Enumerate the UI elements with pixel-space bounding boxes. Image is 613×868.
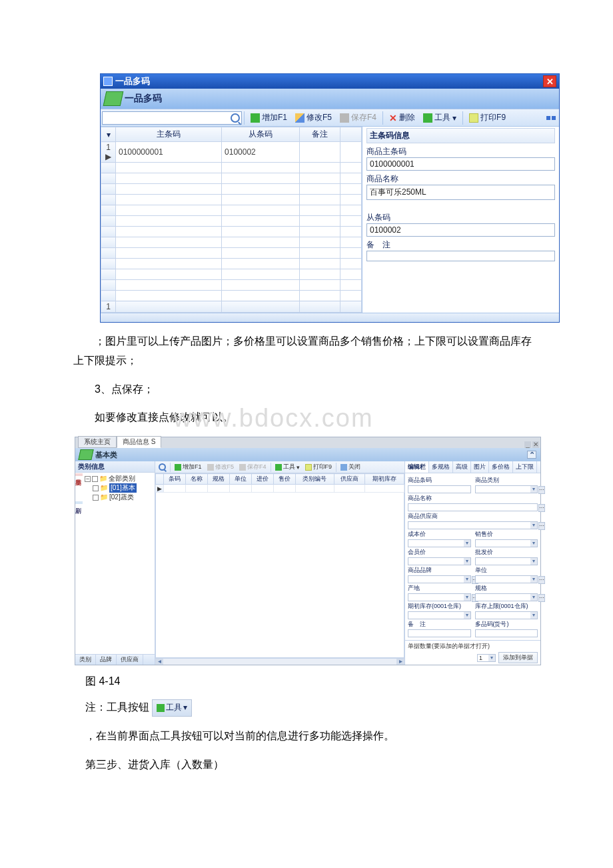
toolbar: 增加F1 修改F5 保存F4 ✕删除 工具▾ 打印F9 [101,109,559,127]
doc-paragraph: 注：工具按钮 工具▾ [85,698,540,717]
search-input[interactable] [102,111,242,125]
input-name[interactable]: ⋯ [408,503,538,511]
right-panel-tabs: 编辑栏 多规格 高级 图片 多价格 上下限 [405,461,540,473]
col-name[interactable]: 名称 [185,474,207,485]
rtab-edit[interactable]: 编辑栏 [405,461,429,473]
statusbar [101,313,559,322]
delete-button[interactable]: ✕删除 [385,111,419,125]
value-note[interactable] [366,251,555,261]
value-sub-barcode[interactable]: 0100002 [366,223,555,237]
close-button[interactable]: 关闭 [338,462,363,472]
more-icon: ⋯ [538,594,545,602]
input-cost[interactable]: ▾ [408,539,471,547]
category-tree[interactable]: −📁全部类别 📁[01]基本 📁[02]蔬类 [75,473,155,503]
print-button[interactable]: 打印F9 [303,462,335,472]
col-sub[interactable]: 从条码 [222,127,300,142]
col-sup[interactable]: 供应商 [334,474,365,485]
tab-product-info[interactable]: 商品信息 S [117,436,161,448]
col-spec[interactable]: 规格 [207,474,229,485]
corner-cell[interactable]: ▾ [101,127,116,142]
tools-button[interactable]: 工具▾ [273,462,303,472]
tab-system[interactable]: 系统主页 [78,436,117,448]
add-to-doc-button[interactable]: 添加到单据 [498,652,538,663]
chevron-down-icon: ▾ [530,612,537,619]
input-whole[interactable]: ▾ [475,557,538,565]
titlebar[interactable]: 一品多码 ✕ [101,74,559,89]
label-stock: 期初库存(0001仓库) [408,602,471,611]
chevron-up-icon[interactable]: ⌃ [527,451,536,459]
close-icon[interactable]: ✕ [532,441,539,448]
input-stock[interactable]: ▾ [408,611,471,619]
label-sub-barcode: 从条码 [366,212,555,223]
app-icon [103,77,113,86]
col-cost[interactable]: 进价 [251,474,273,485]
label-unit: 单位 [475,566,538,575]
btab-supplier[interactable]: 供应商 [117,655,143,665]
minimize-icon[interactable]: _ [524,441,531,448]
add-button[interactable]: 增加F1 [172,462,205,472]
input-origin[interactable]: ▾⋯ [408,593,471,601]
input-multi[interactable] [475,629,538,637]
col-barcode[interactable]: 条码 [164,474,186,485]
print-icon [305,464,312,471]
plus-icon [251,113,260,123]
edit-button: 修改F5 [205,462,237,472]
ribbon-icon [103,91,124,106]
add-to-doc-panel: 单据数量(要添加的单据才打开) 1▾ 添加到单据 [405,640,540,665]
print-button[interactable]: 打印F9 [465,111,510,125]
rtab-multiprice[interactable]: 多价格 [489,461,513,473]
col-stock[interactable]: 期初库存 [365,474,404,485]
input-member[interactable]: ▾ [408,557,471,565]
input-brand[interactable]: ▾⋯ [408,575,471,583]
barcode-grid[interactable]: ▾ 主条码 从条码 备注 1 ▶ 0100000001 0100002 [101,127,362,313]
input-barcode[interactable] [408,485,471,493]
vtab-refresh[interactable]: 刷新 [75,501,83,504]
add-button[interactable]: 增加F1 [247,111,291,125]
label-doc-qty: 单据数量(要添加的单据才打开) [408,642,538,651]
input-spec[interactable]: ▾⋯ [475,593,538,601]
window-yipinduoma: 一品多码 ✕ 一品多码 增加F1 修改F5 保存F4 ✕删除 工具▾ 打印F9 [100,73,560,323]
rtab-multispec[interactable]: 多规格 [429,461,453,473]
folder-icon: 📁 [100,483,108,493]
search-icon[interactable] [159,463,166,471]
label-brand: 商品品牌 [408,566,471,575]
col-main[interactable]: 主条码 [116,127,222,142]
col-cat[interactable]: 类别编号 [295,474,334,485]
rtab-limit[interactable]: 上下限 [513,461,537,473]
input-note[interactable] [408,629,471,637]
ribbon-title: 一品多码 [125,93,162,105]
input-sup[interactable]: ▾⋯ [408,521,538,529]
horizontal-scrollbar[interactable]: ◂▸ [155,658,404,665]
close-icon[interactable]: ✕ [543,75,556,87]
vtab-show-category[interactable]: 显示类别 [75,473,83,476]
tree-node-all[interactable]: −📁全部类别 [85,474,153,483]
tree-node-sc[interactable]: 📁[02]蔬类 [85,493,153,502]
label-name: 商品名称 [408,494,538,503]
col-note[interactable]: 备注 [300,127,340,142]
edit-button[interactable]: 修改F5 [291,111,336,125]
tools-button[interactable]: 工具▾ [419,111,460,125]
tree-node-jb[interactable]: 📁[01]基本 [85,483,153,493]
doc-paragraph: 如要修改直接点修改就可以。 [73,408,540,427]
btab-category[interactable]: 类别 [75,655,96,665]
col-sale[interactable]: 售价 [273,474,295,485]
chevron-down-icon: ▾ [464,576,470,583]
table-row[interactable]: 1 ▶ 0100000001 0100002 [101,142,362,163]
input-sale[interactable]: ▾ [475,539,538,547]
chevron-down-icon: ▾ [530,558,537,565]
rtab-image[interactable]: 图片 [471,461,489,473]
btab-brand[interactable]: 品牌 [96,655,117,665]
rtab-advanced[interactable]: 高级 [453,461,471,473]
input-unit[interactable]: ▾⋯ [475,575,538,583]
right-panel: 编辑栏 多规格 高级 图片 多价格 上下限 商品条码 商品类别▾⋯ 商品名称⋯ … [404,461,540,665]
input-cat[interactable]: ▾⋯ [475,485,538,493]
window-product-info: 系统主页 商品信息 S _ ✕ 基本类 ⌃ 显示类别 刷新 类别信息 −📁全部类… [75,437,541,665]
toolbar: 增加F1 修改F5 保存F4 工具▾ 打印F9 关闭 [155,461,404,473]
checkbox-icon [92,476,98,482]
product-grid[interactable]: 条码 名称 规格 单位 进价 售价 类别编号 供应商 期初库存 ▶ [155,473,404,665]
layout-icon[interactable] [546,113,558,123]
doc-qty-select[interactable]: 1▾ [477,654,496,662]
col-unit[interactable]: 单位 [229,474,251,485]
ribbon: 一品多码 [101,89,559,109]
input-limit[interactable]: ▾ [475,611,538,619]
